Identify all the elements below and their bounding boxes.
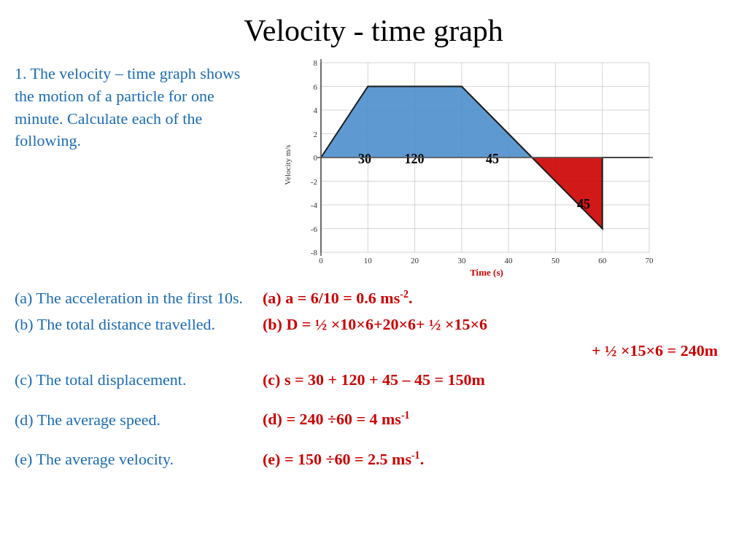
svg-text:0: 0: [314, 153, 318, 162]
answer-d: (d) = 240 ÷60 = 4 ms-1: [263, 410, 410, 429]
qa-row-c: (c) The total displacement. (c) s = 30 +…: [15, 370, 732, 389]
qa-row-e: (e) The average velocity. (e) = 150 ÷60 …: [15, 450, 732, 469]
question-b: (b) The total distance travelled.: [15, 315, 255, 334]
question-a: (a) The acceleration in the first 10s.: [15, 289, 255, 308]
svg-text:Time (s): Time (s): [470, 267, 503, 278]
svg-text:6: 6: [314, 82, 318, 91]
answer-b: (b) D = ½ ×10×6+20×6+ ½ ×15×6: [263, 315, 487, 334]
svg-text:50: 50: [551, 256, 560, 265]
svg-text:30: 30: [358, 152, 371, 166]
problem-text: 1. The velocity – time graph shows the m…: [15, 55, 263, 152]
qa-row-b: (b) The total distance travelled. (b) D …: [15, 315, 732, 334]
svg-text:120: 120: [405, 152, 425, 166]
question-d: (d) The average speed.: [15, 411, 255, 429]
qa-row-a: (a) The acceleration in the first 10s. (…: [15, 289, 732, 308]
svg-text:60: 60: [598, 256, 607, 265]
svg-text:8: 8: [314, 58, 318, 67]
svg-text:Velocity m/s: Velocity m/s: [283, 144, 292, 184]
answer-c: (c) s = 30 + 120 + 45 – 45 = 150m: [263, 370, 485, 389]
answer-a: (a) a = 6/10 = 0.6 ms-2.: [263, 289, 412, 308]
svg-text:30: 30: [457, 256, 466, 265]
svg-text:45: 45: [486, 152, 499, 166]
svg-text:2: 2: [314, 130, 318, 139]
qa-row-d: (d) The average speed. (d) = 240 ÷60 = 4…: [15, 410, 732, 429]
svg-text:-2: -2: [311, 177, 317, 186]
page-title: Velocity - time graph: [0, 0, 747, 55]
answer-b-continuation: + ½ ×15×6 = 240m: [15, 341, 732, 360]
graph-area: 30 120 45 45 8 6 4 2 0 -2 -4 -6 -8: [277, 55, 732, 281]
svg-text:10: 10: [364, 256, 373, 265]
answer-e: (e) = 150 ÷60 = 2.5 ms-1.: [263, 450, 424, 469]
svg-text:40: 40: [505, 256, 514, 265]
svg-text:20: 20: [411, 256, 419, 265]
svg-marker-18: [321, 87, 532, 158]
svg-text:45: 45: [577, 197, 590, 211]
answers-section: (a) The acceleration in the first 10s. (…: [0, 281, 747, 469]
svg-text:0: 0: [319, 256, 323, 265]
svg-text:-4: -4: [311, 201, 318, 209]
question-e: (e) The average velocity.: [15, 450, 255, 469]
svg-text:-6: -6: [311, 225, 318, 233]
svg-text:4: 4: [314, 106, 318, 114]
svg-text:-8: -8: [311, 248, 318, 257]
question-c: (c) The total displacement.: [15, 370, 255, 389]
svg-text:70: 70: [646, 256, 654, 265]
